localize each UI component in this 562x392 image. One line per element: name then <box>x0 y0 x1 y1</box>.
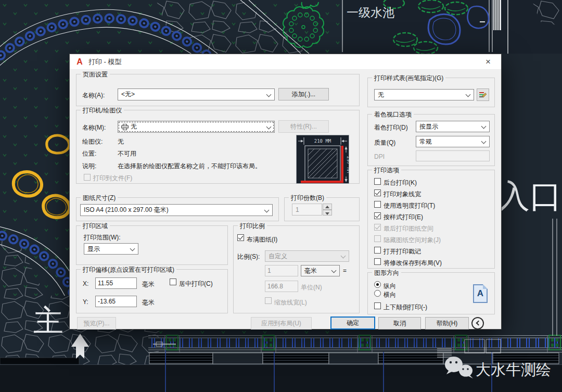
close-icon[interactable]: × <box>480 55 496 69</box>
scale-paper-units-input <box>265 265 298 276</box>
svg-text:210 MM: 210 MM <box>314 138 331 144</box>
drawing-units-label: 单位(N) <box>301 283 322 292</box>
printer-name-label: 名称(M): <box>82 123 106 132</box>
autocad-logo-icon: A <box>75 57 84 67</box>
offset-y-label: Y: <box>83 298 88 306</box>
scale-combo: 自定义 <box>265 250 349 262</box>
location-value: 不可用 <box>118 149 136 158</box>
plot-transparency-checkbox[interactable] <box>374 201 381 208</box>
center-plot-label: 居中打印(C) <box>179 280 213 288</box>
plot-range-combo[interactable]: 显示 <box>84 243 138 255</box>
offset-y-input[interactable] <box>95 296 137 307</box>
dpi-label: DPI <box>374 153 385 160</box>
quality-combo[interactable]: 常规 <box>416 136 490 147</box>
upside-down-checkbox[interactable] <box>374 302 381 309</box>
hide-paperspace-label: 隐藏图纸空间对象(J) <box>384 236 441 245</box>
plot-paperspace-last-label: 最后打印图纸空间 <box>384 224 433 233</box>
group-plot-offset-label: 打印偏移(原点设置在可打印区域) <box>81 265 176 274</box>
group-shaded-viewport-label: 着色视口选项 <box>372 110 414 119</box>
group-plot-scale-label: 打印比例 <box>238 222 267 231</box>
chevron-down-icon <box>482 139 486 143</box>
svg-text:297 MM: 297 MM <box>346 156 349 173</box>
center-plot-checkbox[interactable] <box>170 279 176 285</box>
group-orientation-label: 图形方向 <box>372 269 401 277</box>
plot-dialog: A 打印 - 模型 × 页面设置 名称(A): <无> 添加(.)... 打印机… <box>69 54 502 330</box>
printer-name-combo[interactable]: 无 <box>118 121 275 133</box>
plot-background-checkbox[interactable] <box>374 178 381 185</box>
chevron-down-icon <box>131 246 135 250</box>
upside-down-label: 上下颠倒打印(-) <box>384 303 427 312</box>
quality-label: 质量(Q) <box>374 138 395 147</box>
back-arrow-icon <box>476 321 481 326</box>
plot-stamp-label: 打开打印戳记 <box>384 247 421 256</box>
shade-plot-label: 着色打印(D) <box>374 123 408 132</box>
plotter-value: 无 <box>118 137 124 146</box>
group-plot-style-table-label: 打印样式表(画笔指定)(G) <box>372 74 445 83</box>
scale-lineweights-checkbox <box>265 297 272 304</box>
plot-transparency-label: 使用透明度打印(T) <box>384 201 435 210</box>
save-changes-checkbox[interactable] <box>374 258 381 265</box>
portrait-radio[interactable] <box>374 281 381 288</box>
fit-to-paper-label: 布满图纸(I) <box>247 235 277 244</box>
printer-properties-button: 特性(R)... <box>278 120 329 133</box>
group-printer-label: 打印机/绘图仪 <box>81 106 124 115</box>
pool-label: 一级水池 <box>347 6 394 19</box>
copies-value[interactable]: 1 <box>292 204 322 216</box>
main-label: 主 <box>33 304 63 337</box>
scale-lineweights-label: 缩放线宽(L) <box>274 298 307 307</box>
plot-lineweights-label: 打印对象线宽 <box>384 190 421 199</box>
dpi-input <box>416 150 490 161</box>
offset-y-unit: 毫米 <box>142 298 155 307</box>
scale-unit-combo[interactable]: 毫米 <box>301 265 340 276</box>
plot-style-combo[interactable]: 无 <box>374 89 474 100</box>
plot-styles-label: 按样式打印(E) <box>384 213 423 222</box>
chevron-down-icon <box>267 92 271 96</box>
chevron-down-icon <box>482 124 486 128</box>
offset-x-input[interactable] <box>95 277 137 289</box>
less-options-button[interactable] <box>471 317 484 330</box>
shade-plot-combo[interactable]: 按显示 <box>416 121 490 132</box>
landscape-radio[interactable] <box>374 290 381 297</box>
paper-size-combo[interactable]: ISO A4 (210.00 x 297.00 毫米) <box>80 204 273 216</box>
preview-button: 预览(P)... <box>77 317 116 330</box>
spinner-down-icon[interactable] <box>323 210 332 216</box>
apply-to-layout-button: 应用到布局(U) <box>251 317 312 330</box>
dialog-title: 打印 - 模型 <box>88 57 122 67</box>
fit-to-paper-checkbox[interactable] <box>237 234 244 241</box>
ok-button[interactable]: 确定 <box>330 317 375 330</box>
cancel-button[interactable]: 取消 <box>378 317 421 330</box>
paper-orientation-icon: A <box>473 284 488 303</box>
page-setup-name-combo[interactable]: <无> <box>118 88 275 100</box>
landscape-label: 横向 <box>384 290 396 299</box>
group-page-setup-label: 页面设置 <box>81 70 110 79</box>
plot-paperspace-last-checkbox <box>374 224 381 231</box>
scale-drawing-units-input <box>265 281 298 292</box>
offset-x-unit: 毫米 <box>142 280 155 289</box>
plot-stamp-checkbox[interactable] <box>374 247 381 254</box>
spinner-up-icon[interactable] <box>323 204 332 210</box>
description-label: 说明: <box>82 162 96 171</box>
add-pagesetup-button[interactable]: 添加(.)... <box>278 88 329 100</box>
chevron-down-icon <box>466 92 470 96</box>
help-button[interactable]: 帮助(H) <box>425 317 469 330</box>
group-plot-options-label: 打印选项 <box>372 166 401 175</box>
printer-icon <box>121 124 129 130</box>
plot-range-label: 打印范围(W): <box>84 233 121 242</box>
copies-stepper[interactable]: 1 <box>292 204 332 216</box>
plot-style-table-icon <box>479 91 487 98</box>
plot-lineweights-checkbox[interactable] <box>374 189 381 196</box>
print-to-file-label: 打印到文件(F) <box>93 174 132 183</box>
chevron-down-icon <box>267 124 271 129</box>
paper-preview: 210 MM 297 MM <box>296 135 349 184</box>
plot-styles-checkbox[interactable] <box>374 212 381 219</box>
save-changes-label: 将修改保存到布局(V) <box>384 259 442 268</box>
edit-plot-style-button[interactable] <box>477 88 489 101</box>
group-copies-label: 打印份数(B) <box>289 194 326 203</box>
watermark-label: 大水牛测绘 <box>476 361 551 378</box>
print-to-file-checkbox <box>84 174 91 181</box>
location-label: 位置: <box>82 149 96 158</box>
entrance-label: 入口 <box>497 178 562 214</box>
chevron-down-icon <box>341 254 346 258</box>
portrait-label: 纵向 <box>384 282 396 290</box>
dialog-body: 页面设置 名称(A): <无> 添加(.)... 打印机/绘图仪 名称(M): … <box>70 70 501 329</box>
